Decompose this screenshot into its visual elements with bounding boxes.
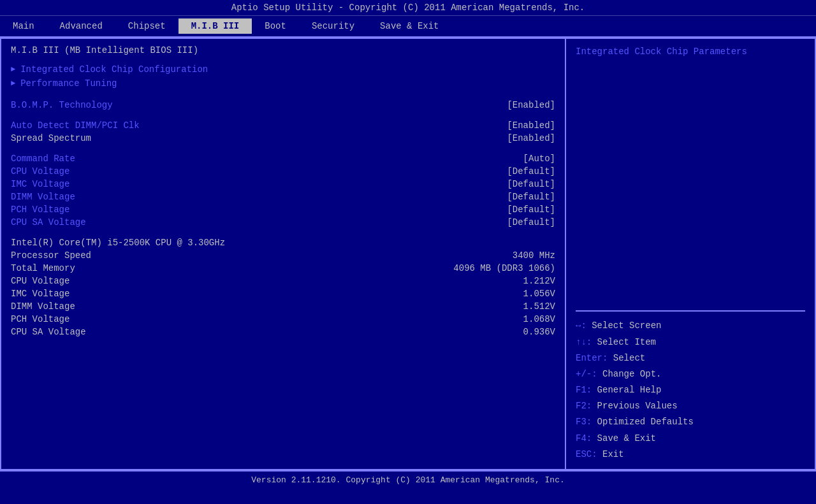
cpu-row-label: Processor Speed	[11, 250, 91, 261]
title-text: Aptio Setup Utility - Copyright (C) 2011…	[231, 3, 585, 13]
setting-row[interactable]: B.O.M.P. Technology[Enabled]	[11, 100, 555, 110]
key-help-row: Enter: Select	[576, 350, 805, 366]
menu-item-save---exit[interactable]: Save & Exit	[367, 18, 451, 34]
setting-label: IMC Voltage	[11, 179, 69, 189]
cpu-row-value: 3400 MHz	[513, 250, 555, 261]
cpu-rows: Processor Speed3400 MHzTotal Memory4096 …	[11, 250, 555, 337]
setting-row[interactable]: Auto Detect DIMM/PCI Clk[Enabled]	[11, 120, 555, 131]
menu-item-advanced[interactable]: Advanced	[47, 18, 115, 34]
key-help-row: ESC: Exit	[576, 447, 805, 463]
key-label: F2:	[576, 401, 597, 411]
cpu-row-value: 1.212V	[523, 276, 555, 286]
setting-label: Auto Detect DIMM/PCI Clk	[11, 120, 140, 131]
setting-value: [Default]	[507, 179, 555, 189]
arrow-icon: ►	[11, 65, 15, 74]
setting-value: [Enabled]	[507, 100, 555, 110]
cpu-row: Total Memory4096 MB (DDR3 1066)	[11, 263, 555, 273]
key-label: F3:	[576, 417, 597, 427]
key-desc: Select	[613, 353, 645, 363]
setting-label: Spread Spectrum	[11, 133, 91, 143]
menu-item-m-i-b-iii[interactable]: M.I.B III	[178, 18, 252, 34]
cpu-row-label: DIMM Voltage	[11, 301, 75, 312]
setting-value: [Default]	[507, 192, 555, 202]
key-label: F1:	[576, 385, 597, 395]
setting-value: [Default]	[507, 205, 555, 215]
setting-row[interactable]: Command Rate[Auto]	[11, 154, 555, 164]
key-desc: Change Opt.	[602, 369, 661, 379]
right-panel: Integrated Clock Chip Parameters ↔: Sele…	[566, 39, 815, 469]
submenu-label: Integrated Clock Chip Configuration	[20, 64, 208, 75]
cpu-row: PCH Voltage1.068V	[11, 314, 555, 324]
setting-row[interactable]: Spread Spectrum[Enabled]	[11, 133, 555, 143]
cpu-row-value: 1.512V	[523, 301, 555, 312]
main-content: M.I.B III (MB Intelligent BIOS III) ►Int…	[0, 38, 816, 470]
help-title: Integrated Clock Chip Parameters	[576, 45, 805, 59]
footer: Version 2.11.1210. Copyright (C) 2011 Am…	[0, 470, 816, 491]
key-help-row: +/-: Change Opt.	[576, 366, 805, 382]
cpu-row-label: Total Memory	[11, 263, 75, 273]
setting-value: [Enabled]	[507, 133, 555, 143]
cpu-row-label: CPU SA Voltage	[11, 327, 86, 337]
key-help-row: ↑↓: Select Item	[576, 335, 805, 350]
key-label: F4:	[576, 433, 597, 443]
setting-label: PCH Voltage	[11, 205, 69, 215]
key-help: ↔: Select Screen↑↓: Select ItemEnter: Se…	[576, 318, 805, 463]
key-desc: Exit	[602, 449, 624, 459]
key-desc: Select Item	[597, 337, 656, 347]
setting-label: Command Rate	[11, 154, 75, 164]
menu-item-boot[interactable]: Boot	[252, 18, 299, 34]
setting-row[interactable]: CPU SA Voltage[Default]	[11, 217, 555, 227]
key-desc: Select Screen	[592, 320, 661, 331]
submenu-label: Performance Tuning	[20, 78, 117, 89]
menu-item-security[interactable]: Security	[299, 18, 367, 34]
key-label: Enter:	[576, 353, 613, 363]
setting-row[interactable]: PCH Voltage[Default]	[11, 205, 555, 215]
menu-item-chipset[interactable]: Chipset	[115, 18, 178, 34]
setting-label: DIMM Voltage	[11, 192, 75, 202]
footer-text: Version 2.11.1210. Copyright (C) 2011 Am…	[251, 475, 564, 485]
key-label: ESC:	[576, 449, 602, 459]
setting-value: [Enabled]	[507, 120, 555, 131]
submenu-item[interactable]: ►Performance Tuning	[11, 78, 555, 89]
panel-title: M.I.B III (MB Intelligent BIOS III)	[11, 45, 555, 55]
setting-value: [Auto]	[523, 154, 555, 164]
menu-item-main[interactable]: Main	[0, 18, 47, 34]
menu-bar: MainAdvancedChipsetM.I.B IIIBootSecurity…	[0, 16, 816, 38]
key-help-row: ↔: Select Screen	[576, 318, 805, 334]
submenu-item[interactable]: ►Integrated Clock Chip Configuration	[11, 64, 555, 75]
key-help-row: F1: General Help	[576, 382, 805, 398]
key-desc: Save & Exit	[597, 433, 656, 443]
spacer	[11, 113, 555, 120]
arrow-icon: ►	[11, 79, 15, 88]
cpu-row: DIMM Voltage1.512V	[11, 301, 555, 312]
key-desc: Previous Values	[597, 401, 678, 411]
key-label: ↔:	[576, 320, 592, 331]
cpu-row-value: 4096 MB (DDR3 1066)	[453, 263, 555, 273]
cpu-row-label: IMC Voltage	[11, 289, 69, 299]
cpu-row-label: CPU Voltage	[11, 276, 69, 286]
title-bar: Aptio Setup Utility - Copyright (C) 2011…	[0, 0, 816, 16]
setting-row[interactable]: CPU Voltage[Default]	[11, 166, 555, 176]
cpu-row: IMC Voltage1.056V	[11, 289, 555, 299]
setting-label: CPU Voltage	[11, 166, 69, 176]
setting-row[interactable]: IMC Voltage[Default]	[11, 179, 555, 189]
cpu-row: CPU Voltage1.212V	[11, 276, 555, 286]
cpu-row-value: 1.068V	[523, 314, 555, 324]
submenu-list: ►Integrated Clock Chip Configuration►Per…	[11, 64, 555, 89]
key-help-row: F4: Save & Exit	[576, 431, 805, 447]
setting-value: [Default]	[507, 166, 555, 176]
help-divider	[576, 310, 805, 312]
setting-row[interactable]: DIMM Voltage[Default]	[11, 192, 555, 202]
cpu-row-value: 1.056V	[523, 289, 555, 299]
cpu-row-label: PCH Voltage	[11, 314, 69, 324]
setting-label: CPU SA Voltage	[11, 217, 86, 227]
cpu-row: Processor Speed3400 MHz	[11, 250, 555, 261]
key-help-row: F2: Previous Values	[576, 398, 805, 414]
key-desc: General Help	[597, 385, 662, 395]
key-label: ↑↓:	[576, 337, 597, 347]
cpu-row: CPU SA Voltage0.936V	[11, 327, 555, 337]
cpu-row-value: 0.936V	[523, 327, 555, 337]
key-label: +/-:	[576, 369, 602, 379]
key-desc: Optimized Defaults	[597, 417, 694, 427]
cpu-info-label: Intel(R) Core(TM) i5-2500K CPU @ 3.30GHz	[11, 238, 555, 248]
